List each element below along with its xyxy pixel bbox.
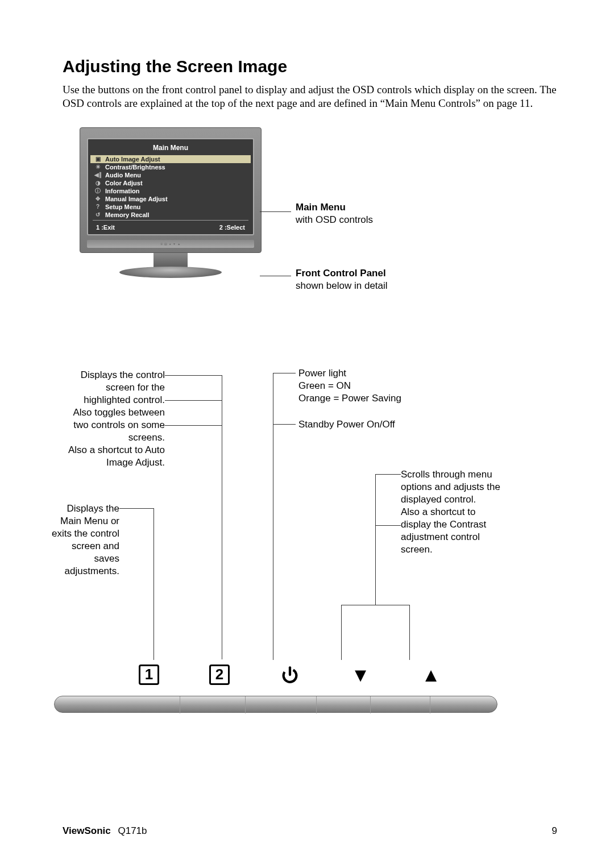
callout-front-panel: Front Control Panel shown below in detai…: [296, 267, 388, 292]
callout-power-c: Orange = Power Saving: [298, 393, 401, 404]
callout-button-2: Displays the control screen for the high…: [57, 369, 165, 470]
callout-power-d: Standby Power On/Off: [298, 419, 395, 430]
down-arrow-button[interactable]: ▼: [350, 665, 371, 685]
callout-standby: Standby Power On/Off: [298, 418, 395, 431]
leader-line: [375, 474, 401, 475]
leader-line: [119, 508, 154, 509]
monitor-base: [119, 267, 222, 278]
callout-power-a: Power light: [298, 368, 346, 379]
osd-item-label: Auto Image Adjust: [105, 156, 160, 163]
osd-item-icon: ⓘ: [94, 188, 102, 194]
osd-item-icon: ◑: [94, 180, 102, 186]
osd-menu: Main Menu ▣Auto Image Adjust☀Contrast/Br…: [87, 138, 254, 235]
leader-vline: [375, 474, 376, 605]
osd-item-label: Contrast/Brightness: [105, 164, 165, 171]
osd-item-label: Audio Menu: [105, 172, 141, 178]
callout-arrows-a: Scrolls through menu options and adjusts…: [401, 469, 500, 505]
osd-item-icon: ↺: [94, 211, 102, 218]
callout-btn1: Displays the Main Menu or exits the cont…: [52, 503, 119, 576]
footer-model: Q171b: [118, 825, 147, 836]
monitor-illustration: Main Menu ▣Auto Image Adjust☀Contrast/Br…: [80, 127, 262, 278]
osd-item-icon: ☀: [94, 164, 102, 171]
triangle-down-icon: ▼: [351, 665, 370, 684]
osd-item-label: Manual Image Adjust: [105, 196, 168, 202]
page-footer: ViewSonic Q171b 9: [63, 825, 557, 837]
panel-divider: [180, 696, 180, 713]
osd-divider: [93, 220, 248, 221]
osd-item: ✥Manual Image Adjust: [90, 195, 251, 203]
leader-vline: [154, 508, 154, 660]
osd-item-label: Information: [105, 188, 140, 194]
osd-footer-select: 2 :Select: [219, 224, 245, 231]
leader-line: [165, 400, 222, 401]
bezel-button-strip: ① ▤ ● ▼ ▲: [87, 240, 254, 248]
callout-power: Power light Green = ON Orange = Power Sa…: [298, 367, 401, 405]
leader-line: [260, 211, 291, 212]
panel-divider: [245, 696, 246, 713]
osd-title: Main Menu: [90, 142, 251, 155]
panel-divider: [430, 696, 430, 713]
osd-item: ↺Memory Recall: [90, 211, 251, 219]
callout-main-menu-sub: with OSD controls: [296, 214, 373, 225]
intro-paragraph: Use the buttons on the front control pan…: [63, 83, 557, 110]
leader-vline: [273, 373, 273, 660]
button-2[interactable]: 2: [209, 665, 230, 685]
leader-line: [273, 424, 296, 425]
callout-btn2-b: Also toggles between two controls on som…: [73, 407, 165, 443]
button-1[interactable]: 1: [139, 665, 159, 685]
callout-arrows: Scrolls through menu options and adjusts…: [401, 468, 503, 556]
callout-btn2-a: Displays the control screen for the high…: [81, 369, 165, 405]
power-icon: [280, 665, 300, 684]
callout-btn2-c: Also a shortcut to Auto Image Adjust.: [68, 445, 165, 468]
leader-line: [165, 425, 222, 426]
callout-arrows-b: Also a shortcut to display the Contrast …: [401, 506, 486, 555]
osd-item: ?Setup Menu: [90, 203, 251, 211]
callout-button-1: Displays the Main Menu or exits the cont…: [45, 502, 119, 578]
osd-item-label: Setup Menu: [105, 203, 140, 210]
osd-item: ⓘInformation: [90, 187, 251, 195]
callout-main-menu-title: Main Menu: [296, 202, 346, 213]
osd-item-icon: ?: [94, 203, 102, 210]
leader-line: [375, 525, 401, 526]
front-panel-bar: [54, 696, 497, 713]
osd-item-icon: ▣: [94, 156, 102, 163]
leader-line: [260, 276, 291, 276]
osd-footer: 1 :Exit 2 :Select: [90, 222, 251, 232]
osd-item: ◑Color Adjust: [90, 179, 251, 187]
osd-item-label: Color Adjust: [105, 180, 143, 186]
osd-item: ◀‖Audio Menu: [90, 171, 251, 179]
footer-brand: ViewSonic: [63, 825, 111, 836]
monitor-bezel: Main Menu ▣Auto Image Adjust☀Contrast/Br…: [80, 127, 262, 253]
callout-front-panel-title: Front Control Panel: [296, 268, 386, 279]
osd-item: ☀Contrast/Brightness: [90, 163, 251, 171]
panel-divider: [316, 696, 317, 713]
panel-divider: [370, 696, 371, 713]
diagram-area: Main Menu ▣Auto Image Adjust☀Contrast/Br…: [63, 127, 557, 764]
osd-item-list: ▣Auto Image Adjust☀Contrast/Brightness◀‖…: [90, 155, 251, 219]
page-heading: Adjusting the Screen Image: [63, 57, 557, 76]
leader-vline: [409, 605, 410, 660]
footer-page-number: 9: [552, 825, 557, 837]
leader-vline: [341, 605, 342, 660]
leader-vline: [222, 375, 222, 659]
callout-power-b: Green = ON: [298, 380, 351, 391]
callout-front-panel-sub: shown below in detail: [296, 280, 388, 291]
osd-item-icon: ◀‖: [94, 172, 102, 178]
leader-line: [165, 375, 222, 376]
leader-line: [273, 373, 296, 373]
triangle-up-icon: ▲: [421, 665, 441, 684]
leader-line: [341, 605, 409, 605]
osd-item-icon: ✥: [94, 196, 102, 202]
osd-item: ▣Auto Image Adjust: [90, 155, 251, 163]
osd-footer-exit: 1 :Exit: [96, 224, 115, 231]
osd-item-label: Memory Recall: [105, 211, 150, 218]
front-panel-buttons: 1 2 ▼ ▲: [114, 665, 466, 685]
power-button[interactable]: [280, 665, 300, 685]
callout-main-menu: Main Menu with OSD controls: [296, 201, 373, 226]
up-arrow-button[interactable]: ▲: [421, 665, 441, 685]
